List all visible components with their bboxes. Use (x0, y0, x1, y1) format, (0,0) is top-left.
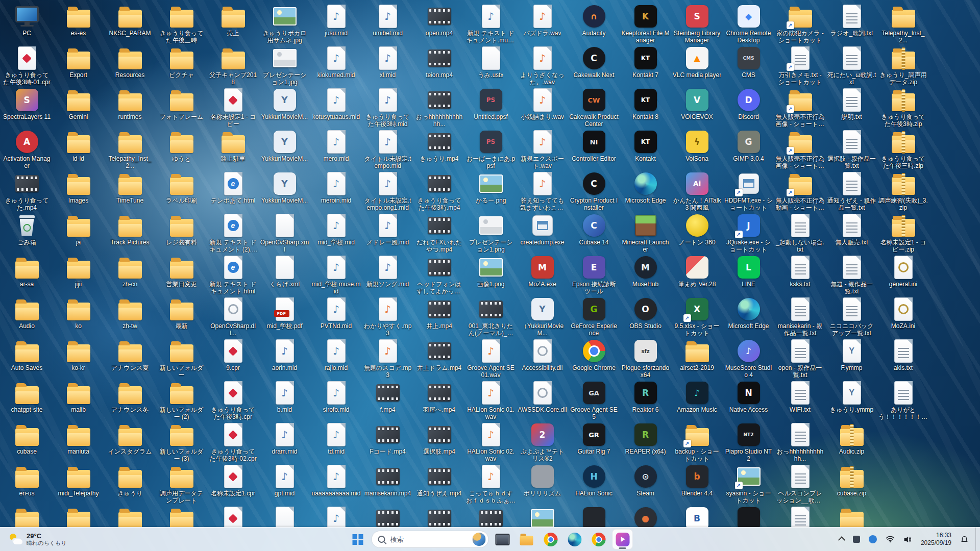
desktop-icon[interactable]: J↗JQuake.exe - ショートカット (723, 211, 774, 253)
desktop-icon[interactable] (826, 504, 877, 528)
desktop-icon[interactable]: ♪新規エクスポート.wav (517, 128, 568, 169)
desktop-icon[interactable]: KTKontakt (620, 128, 671, 169)
desktop-icon[interactable]: manisekarin - 親作品一覧.txt (774, 295, 826, 337)
desktop-icon[interactable]: ごみ箱 (1, 211, 53, 253)
desktop-icon[interactable]: general.ini (877, 253, 929, 295)
desktop-icon[interactable]: 名称未設定1.cpr (207, 462, 259, 504)
desktop-icon[interactable]: 売上 (207, 2, 259, 44)
search-input[interactable] (389, 535, 469, 544)
desktop-icon[interactable]: アナウンス冬 (104, 379, 156, 420)
desktop-icon[interactable]: ⊙Steam (620, 462, 671, 504)
tray-blue-app-icon[interactable] (867, 534, 878, 545)
taskbar-app-media-active[interactable] (612, 529, 633, 549)
taskbar-clock[interactable]: 16:33 2025/09/19 (919, 531, 953, 548)
desktop-icon[interactable]: open - 親作品一覧.txt (774, 337, 826, 379)
desktop-icon[interactable]: Microsoft Edge (620, 169, 671, 211)
desktop-icon[interactable]: 営業日変更 (156, 253, 207, 295)
desktop-icon[interactable]: 名称未設定1 - コピー (207, 86, 259, 128)
desktop-icon[interactable]: ♪mid_学校 muse.mid (310, 253, 362, 295)
desktop-icon[interactable]: ∩Audacity (568, 2, 620, 44)
desktop-icon[interactable]: プレゼンテーション1.jpg (259, 44, 310, 86)
desktop-icon[interactable]: きゅうり.mp4 (413, 128, 465, 169)
desktop-icon[interactable]: midi_Telepathy (53, 462, 104, 504)
desktop-icon[interactable]: NNative Access (723, 379, 774, 420)
desktop-icon[interactable]: X↗9.5.xlsx - ショートカット (671, 295, 723, 337)
desktop-icon[interactable]: ♪メドレー風.mid (362, 211, 413, 253)
desktop-icon[interactable] (53, 504, 104, 528)
desktop-icon[interactable]: sfzPlogue sforzando x64 (620, 337, 671, 379)
desktop-icon[interactable]: 無題 - 親作品一覧.txt (826, 253, 877, 295)
desktop-icon[interactable]: 井上ドラム.mp4 (413, 337, 465, 379)
desktop-icon[interactable]: Fコード.mp4 (362, 420, 413, 462)
desktop-icon[interactable]: きゅうり食ってた午後3時.mp4 (413, 169, 465, 211)
desktop-icon[interactable]: LLINE (723, 253, 774, 295)
desktop-icon[interactable]: Microsoft Edge (723, 295, 774, 337)
desktop-icon[interactable]: ↗backup - ショートカット (671, 420, 723, 462)
desktop-icon[interactable]: ♪mero.mid (310, 128, 362, 169)
desktop-icon[interactable]: ♪新規 テキスト ドキュメント.musicxml (465, 2, 517, 44)
desktop-icon[interactable]: ♪umibet.mid (362, 2, 413, 44)
desktop-icon[interactable]: Export (53, 44, 104, 86)
desktop-icon[interactable]: ♪小銭詰まり.wav (517, 86, 568, 128)
desktop-icon[interactable]: ラジオ_歌詞.txt (826, 2, 877, 44)
desktop-icon[interactable]: SSteinberg Library Manager (671, 2, 723, 44)
desktop-icon[interactable]: cubase (1, 420, 53, 462)
desktop-icon[interactable]: Telepathy_Inst_2... (104, 128, 156, 169)
desktop-icon[interactable]: OOBS Studio (620, 295, 671, 337)
desktop-icon[interactable]: ♪HALion Sonic 01.wav (465, 379, 517, 420)
desktop-icon[interactable] (465, 504, 517, 528)
desktop-icon[interactable]: open.mp4 (413, 2, 465, 44)
desktop-icon[interactable]: ↗syasinn - ショートカット (723, 462, 774, 504)
desktop-icon[interactable]: airset2-2019 (671, 337, 723, 379)
desktop-icon[interactable] (774, 504, 826, 528)
desktop-icon[interactable]: ↗無人販売不正行為動画 - ショートカット (774, 169, 826, 211)
desktop-icon[interactable]: OpenCvSharp.dll... (207, 295, 259, 337)
desktop-icon[interactable]: PSUntitled.ppsf (465, 86, 517, 128)
desktop-icon[interactable]: PSおーばーまにあ.ppsf (465, 128, 517, 169)
desktop-icon[interactable] (413, 504, 465, 528)
desktop-icon[interactable]: 父子キャンプ2018 (207, 44, 259, 86)
desktop-icon[interactable]: きゅうり食ってた午後3時.cpr (207, 379, 259, 420)
desktop-icon[interactable]: レジ袋有料 (156, 211, 207, 253)
desktop-icon[interactable]: 新しいフォルダー (2) (156, 379, 207, 420)
desktop-icon[interactable]: CCubase 14 (568, 211, 620, 253)
desktop-icon[interactable]: きゅうり食ってた午後三時.zip (877, 128, 929, 169)
desktop-icon[interactable]: ♪xl.mid (362, 44, 413, 86)
desktop-icon[interactable]: ♪わかりやすく.mp3 (362, 295, 413, 337)
desktop-icon[interactable]: 2ぷよぷよ™テトリス®2 (517, 420, 568, 462)
desktop-icon[interactable]: ◆Chrome Remote Desktop (723, 2, 774, 44)
show-desktop-strip[interactable] (975, 528, 978, 551)
desktop-icon[interactable]: ♪mid_学校.mid (310, 211, 362, 253)
desktop-icon[interactable]: ノートン 360 (671, 211, 723, 253)
desktop-icon[interactable]: NKSC_PARAM (104, 2, 156, 44)
desktop-icon[interactable]: Images (53, 169, 104, 211)
desktop-icon[interactable]: CWCakewalk Product Center (568, 86, 620, 128)
desktop-icon[interactable]: NIController Editor (568, 128, 620, 169)
desktop-icon[interactable]: ♪MuseScore Studio 4 (723, 337, 774, 379)
desktop-icon[interactable]: プレゼンテーション1.png (465, 211, 517, 253)
taskbar-app-chrome[interactable] (541, 529, 561, 549)
desktop-icon[interactable]: HHALion Sonic (568, 462, 620, 504)
desktop-icon[interactable]: ♪きゅうり食ってた午後3時.mid (362, 86, 413, 128)
desktop-icon[interactable]: きゅうり (104, 462, 156, 504)
desktop-icon[interactable]: createdump.exe (517, 211, 568, 253)
desktop-icon[interactable]: 路上駐車 (207, 128, 259, 169)
desktop-icon[interactable]: 筆まめ Ver.28 (671, 253, 723, 295)
tray-hidden-app-icon[interactable] (851, 534, 862, 544)
taskbar-app-chrome-2[interactable] (589, 529, 609, 549)
desktop-icon[interactable]: ヘッドフォンはずしてよかった.mp4 (413, 253, 465, 295)
desktop-icon[interactable]: Google Chrome (568, 337, 620, 379)
desktop-icon[interactable]: Telepathy_Inst_2... (877, 2, 929, 44)
desktop-icon[interactable]: ♪sirofo.mid (310, 379, 362, 420)
start-button[interactable] (348, 529, 368, 549)
desktop-icon[interactable]: ♪パズドラ.wav (517, 2, 568, 44)
desktop-icon[interactable] (723, 504, 774, 528)
desktop-icon[interactable]: MoZA.ini (877, 295, 929, 337)
desktop-icon[interactable]: ♪答え知ってても気まずいわこれ.wav (517, 169, 568, 211)
desktop-icon[interactable]: 通知うぜえ - 親作品一覧.txt (826, 169, 877, 211)
desktop-icon[interactable]: ↗無人販売不正行為画像 - ショートカッ... (774, 86, 826, 128)
desktop-icon[interactable]: ▲VLC media player (671, 44, 723, 86)
tray-chevron-up-icon[interactable] (838, 535, 846, 543)
desktop-icon[interactable]: ♪Groove Agent SE 01.wav (465, 337, 517, 379)
desktop-icon[interactable]: 羽屋へ.mp4 (413, 379, 465, 420)
